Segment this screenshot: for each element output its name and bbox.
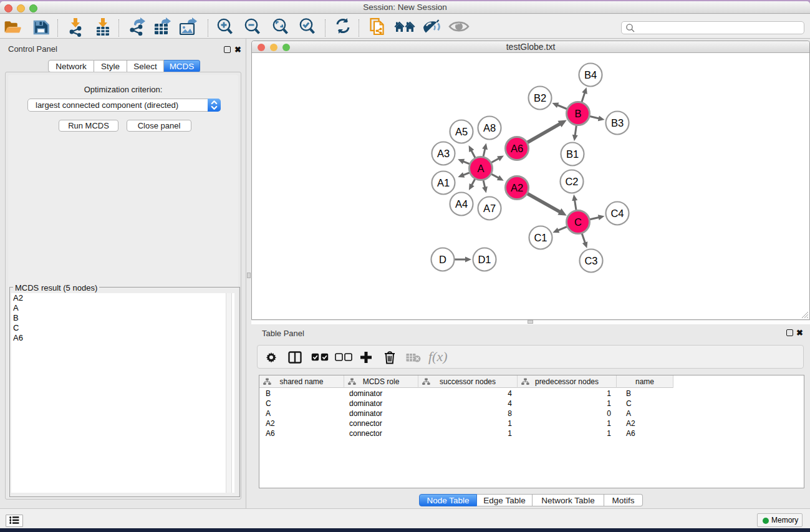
svg-text:A1: A1 xyxy=(437,177,450,188)
svg-text:D1: D1 xyxy=(478,254,491,265)
svg-text:A: A xyxy=(477,163,484,174)
svg-text:A6: A6 xyxy=(511,143,523,154)
svg-text:B: B xyxy=(574,108,581,119)
svg-text:B4: B4 xyxy=(584,69,597,80)
svg-text:C4: C4 xyxy=(610,208,624,219)
svg-text:A8: A8 xyxy=(483,122,496,133)
svg-text:A4: A4 xyxy=(455,198,468,210)
svg-text:A2: A2 xyxy=(511,182,523,193)
svg-text:C1: C1 xyxy=(534,232,547,243)
svg-text:B3: B3 xyxy=(611,117,624,128)
svg-text:C2: C2 xyxy=(565,176,578,187)
svg-text:C3: C3 xyxy=(584,255,597,266)
svg-text:A7: A7 xyxy=(483,203,496,214)
svg-text:C: C xyxy=(574,216,582,228)
svg-text:A5: A5 xyxy=(455,126,468,137)
svg-text:B1: B1 xyxy=(566,148,579,160)
svg-text:A3: A3 xyxy=(437,148,450,159)
svg-text:D: D xyxy=(439,254,446,265)
svg-text:B2: B2 xyxy=(534,92,546,104)
